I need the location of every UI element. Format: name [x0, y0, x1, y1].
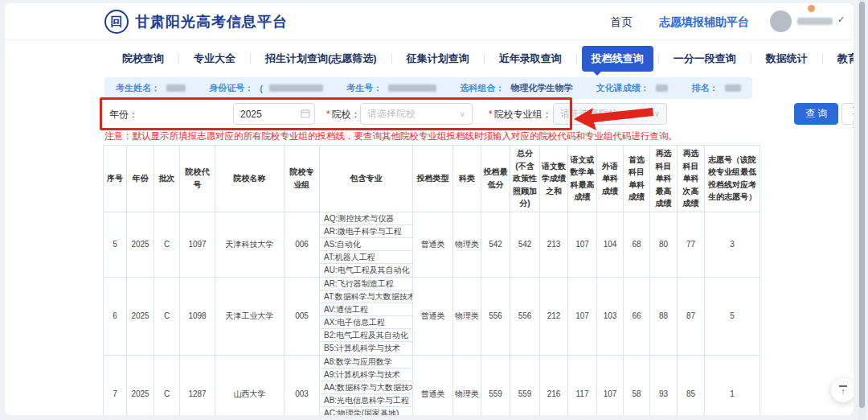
- cell-year: 2025: [127, 212, 154, 277]
- cell-seq: 5: [104, 212, 127, 277]
- tab-enrollment-plan[interactable]: 招生计划查询(志愿筛选): [256, 46, 387, 72]
- user-avatar[interactable]: [770, 10, 792, 32]
- cell-major-group: 003: [285, 355, 320, 415]
- cell-cn-or-math-max: 107: [568, 277, 597, 355]
- major-item: AA:数据科学与大数据技术: [320, 381, 412, 394]
- major-item: A9:计算机科学与技术: [320, 369, 412, 381]
- tab-majors-directory[interactable]: 专业大全: [184, 46, 245, 72]
- cell-primary-subject: 58: [624, 355, 650, 415]
- col-header-major-group: 院校专业组: [285, 146, 320, 212]
- table-row: 72025C1287山西大学003A8:数学与应用数学A9:计算机科学与技术AA…: [104, 355, 760, 415]
- search-button[interactable]: 查 询: [794, 103, 838, 125]
- year-label: 年份：: [109, 108, 138, 121]
- cell-college-code: 1098: [180, 277, 215, 355]
- major-item: AV:通信工程: [320, 303, 412, 316]
- major-item: B5:计算机科学与技术: [320, 342, 412, 355]
- reset-button[interactable]: 重 置: [841, 103, 854, 125]
- cell-reselect-max: 88: [650, 277, 678, 355]
- col-header-primary-subject: 首选科目单科成绩: [624, 146, 650, 212]
- major-item: A8:数学与应用数学: [320, 356, 412, 369]
- tab-moe-platform[interactable]: 教育部阳光高考平台: [828, 46, 854, 72]
- tab-divider: [391, 53, 392, 64]
- admission-line-table: 序号年份批次院校代号院校名称院校专业组包含专业投档类型科类投档最低分总分(不含政…: [103, 145, 762, 415]
- subjects-label: 选科组合：: [461, 82, 505, 94]
- calendar-icon[interactable]: [301, 109, 310, 118]
- required-asterisk: *: [489, 109, 493, 120]
- top-header: 回 甘肃阳光高考信息平台 首页 志愿填报辅助平台 ✓: [5, 3, 854, 40]
- tab-divider: [250, 53, 251, 64]
- cell-majors: AR:飞行器制造工程AT:数据科学与大数据技术AV:通信工程AX:电子信息工程B…: [320, 277, 413, 355]
- cell-min-score: 559: [481, 355, 510, 415]
- tab-score-segment[interactable]: 一分一段查询: [664, 46, 746, 72]
- major-item: AQ:测控技术与仪器: [320, 212, 412, 225]
- scrollbar-thumb[interactable]: [859, 2, 865, 408]
- cell-major-group: 006: [285, 212, 320, 277]
- tab-statistics[interactable]: 数据统计: [756, 46, 817, 72]
- chevron-down-icon: ∨: [460, 109, 465, 118]
- cell-total-score: 542: [510, 212, 540, 277]
- tab-divider: [484, 53, 485, 64]
- cell-foreign-lang: 107: [597, 355, 624, 415]
- redacted-value: [388, 84, 436, 92]
- cell-reselect-second: 77: [678, 212, 705, 277]
- tab-college-search[interactable]: 院校查询: [113, 46, 174, 72]
- table-row: 62025C1098天津工业大学005AR:飞行器制造工程AT:数据科学与大数据…: [104, 277, 760, 355]
- filter-bar: 年份： *院校： 请选择院校 ∨ *院校专业组： 请先选择院校 ∨ 查 询 重 …: [104, 101, 844, 126]
- cell-cn-or-math-max: 117: [568, 355, 597, 415]
- tab-admission-line[interactable]: 投档线查询: [582, 46, 653, 72]
- col-header-total-score: 总分(不含政策性照顾加分): [510, 146, 540, 212]
- group-label: *院校专业组：: [489, 108, 552, 121]
- cell-college-name: 山西大学: [215, 355, 285, 415]
- tab-collection-plan[interactable]: 征集计划查询: [397, 46, 479, 72]
- col-header-college-name: 院校名称: [215, 146, 285, 212]
- cell-year: 2025: [127, 277, 154, 355]
- table-row: 52025C1097天津科技大学006AQ:测控技术与仪器AR:微电子科学与工程…: [104, 212, 760, 277]
- user-menu-checkmark-icon[interactable]: ✓: [837, 14, 845, 25]
- col-header-volunteer-no: 志愿号（该院校专业组最低投档线对应考生的志愿号）: [705, 146, 760, 212]
- col-header-reselect-max: 再选科目单科最高成绩: [650, 146, 678, 212]
- logo-emblem-icon: 回: [104, 10, 129, 34]
- cell-majors: A8:数学与应用数学A9:计算机科学与技术AA:数据科学与大数据技术AB:光电信…: [320, 355, 413, 415]
- cell-cn-or-math-max: 107: [568, 212, 597, 277]
- nav-assist-platform-link[interactable]: 志愿填报辅助平台: [659, 15, 749, 30]
- student-id-prefix: (: [260, 84, 263, 93]
- back-to-top-button[interactable]: ↑: [831, 378, 854, 402]
- main-card: 回 甘肃阳光高考信息平台 首页 志愿填报辅助平台 ✓ 院校查询专业大全招生计划查…: [5, 3, 854, 415]
- redacted-username: [797, 18, 833, 25]
- cell-primary-subject: 66: [624, 277, 650, 355]
- nav-home-link[interactable]: 首页: [610, 15, 633, 30]
- cell-seq: 7: [104, 355, 127, 415]
- cell-cn-math-sum: 212: [540, 277, 568, 355]
- redacted-value: [269, 84, 323, 92]
- back-to-top-arrow-icon: ↑: [841, 387, 845, 395]
- logo-title: 甘肃阳光高考信息平台: [135, 12, 288, 31]
- cell-subject-category: 物理类: [453, 355, 481, 415]
- major-item: AR:微电子科学与工程: [320, 225, 412, 238]
- cell-admission-type: 普通类: [413, 355, 453, 415]
- tab-recent-admission[interactable]: 近年录取查询: [489, 46, 571, 72]
- major-item: AU:电气工程及其自动化: [320, 264, 412, 277]
- major-group-select[interactable]: 请先选择院校 ∨: [553, 103, 667, 125]
- nav-tabs: 院校查询专业大全招生计划查询(志愿筛选)征集计划查询近年录取查询投档线查询一分一…: [113, 46, 854, 72]
- major-item: AC:物理学(国家基地): [320, 407, 412, 416]
- col-header-year: 年份: [127, 146, 154, 212]
- col-header-reselect-second: 再选科目单科次高成绩: [678, 146, 705, 212]
- col-header-college-code: 院校代号: [180, 146, 215, 212]
- major-item: AX:电子信息工程: [320, 316, 412, 329]
- student-name-label: 考生姓名：: [116, 82, 160, 94]
- cell-subject-category: 物理类: [453, 212, 481, 277]
- major-item: AT:数据科学与大数据技术: [320, 290, 412, 303]
- col-header-seq: 序号: [104, 146, 127, 212]
- cell-admission-type: 普通类: [413, 212, 453, 277]
- redacted-value: [725, 84, 741, 92]
- tab-divider: [178, 53, 179, 64]
- tab-divider: [751, 53, 751, 64]
- cell-major-group: 005: [285, 277, 320, 355]
- major-item: AB:光电信息科学与工程: [320, 394, 412, 407]
- col-header-foreign-lang: 外语单科成绩: [597, 146, 624, 212]
- cell-min-score: 542: [481, 212, 510, 277]
- cell-volunteer-no: 3: [705, 212, 760, 277]
- cell-batch: C: [154, 355, 180, 415]
- college-select[interactable]: 请选择院校 ∨: [360, 103, 473, 125]
- exam-no-label: 考生号：: [346, 82, 382, 94]
